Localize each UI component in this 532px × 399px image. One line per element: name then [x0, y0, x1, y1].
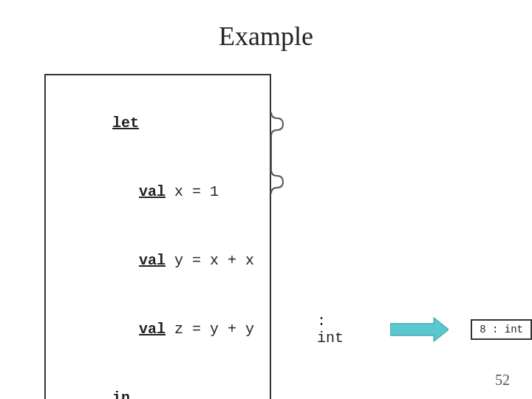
- slide-title: Example: [0, 0, 532, 66]
- code-line-valx: val x = 1: [59, 157, 252, 226]
- keyword-in: in: [112, 389, 130, 399]
- arrow-icon: [390, 315, 449, 344]
- code-line-valy: val y = x + x: [59, 226, 252, 295]
- keyword-val1: val: [139, 183, 166, 200]
- page-number: 52: [495, 372, 510, 389]
- result-badge: 8 : int: [471, 319, 532, 340]
- code-line-in: in: [59, 364, 252, 399]
- code-line-let: let: [59, 89, 252, 157]
- keyword-val3: val: [139, 321, 166, 338]
- keyword-val2: val: [139, 252, 166, 269]
- code-box: let val x = 1 val y = x + x val z = y + …: [44, 74, 271, 399]
- keyword-let: let: [112, 115, 139, 132]
- code-line-valz: val z = y + y: [59, 295, 252, 364]
- main-content: let val x = 1 val y = x + x val z = y + …: [0, 66, 532, 399]
- type-annotation: : int: [317, 313, 361, 347]
- curly-brace-icon: [270, 112, 286, 194]
- svg-marker-0: [390, 318, 449, 341]
